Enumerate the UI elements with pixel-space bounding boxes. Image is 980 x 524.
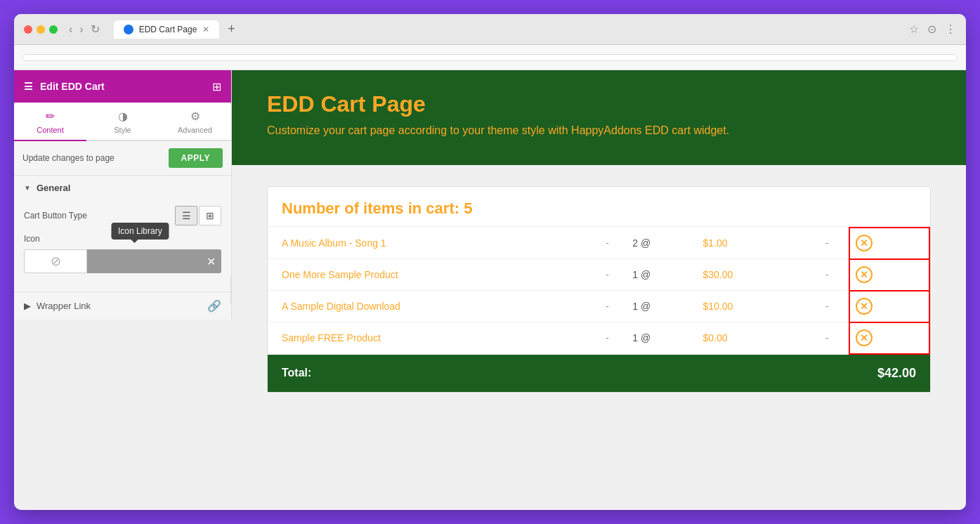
bookmark-icon[interactable]: ☆ [909, 22, 919, 36]
browser-window: ‹ › ↻ EDD Cart Page ✕ + ☆ ⊙ ⋮ [14, 14, 966, 510]
tab-style[interactable]: ◑ Style [86, 103, 159, 140]
cart-table: A Music Album - Song 1 - 2 @ $1.00 - ✕ O… [268, 227, 930, 355]
cart-row-1: A Music Album - Song 1 - 2 @ $1.00 - ✕ [268, 228, 929, 259]
cart-row-3: A Sample Digital Download - 1 @ $10.00 -… [268, 291, 929, 322]
apply-button[interactable]: APPLY [169, 148, 223, 168]
browser-menu-icon[interactable]: ⋮ [945, 22, 956, 36]
cart-footer-total: $42.00 [877, 366, 916, 381]
close-traffic-light[interactable] [24, 25, 32, 34]
content-tab-icon: ✏ [46, 110, 55, 123]
tab-content[interactable]: ✏ Content [14, 103, 86, 141]
general-section-body: Cart Button Type ☰ ⊞ Icon Icon Library [14, 200, 231, 292]
style-tab-icon: ◑ [118, 110, 128, 123]
remove-button-2[interactable]: ✕ [856, 266, 873, 283]
product-name-1: A Music Album - Song 1 [268, 228, 601, 259]
traffic-lights [24, 25, 58, 34]
price-3: $10.00 [688, 291, 821, 322]
back-button[interactable]: ‹ [69, 23, 72, 36]
sidebar-wrapper: ☰ Edit EDD Cart ⊞ ✏ Content ◑ Style [14, 70, 232, 510]
cart-row-2: One More Sample Product - 1 @ $30.00 - ✕ [268, 259, 929, 291]
icon-library-tooltip: Icon Library [111, 223, 169, 240]
qty-4: 1 @ [628, 322, 688, 354]
remove-col-4: ✕ [849, 322, 929, 354]
advanced-tab-icon: ⚙ [190, 110, 200, 123]
minimize-traffic-light[interactable] [37, 25, 45, 34]
icon-picker: ⊘ ✕ [24, 249, 221, 273]
page-banner: EDD Cart Page Customize your cart page a… [232, 70, 966, 165]
address-icons: ☆ ⊙ ⋮ [909, 22, 956, 36]
dash2-1: - [821, 228, 849, 259]
general-section-header[interactable]: ▼ General [14, 176, 231, 200]
btn-type-grid[interactable]: ⊞ [199, 206, 221, 225]
ban-icon: ⊘ [51, 254, 61, 269]
url-input[interactable] [22, 54, 958, 61]
sidebar-title: ☰ Edit EDD Cart [24, 81, 105, 92]
remove-col-2: ✕ [849, 259, 929, 291]
browser-titlebar: ‹ › ↻ EDD Cart Page ✕ + ☆ ⊙ ⋮ [14, 14, 966, 45]
wrapper-link-row[interactable]: ▶ Wrapper Link 🔗 [14, 292, 231, 320]
dash2-2: - [821, 259, 849, 291]
link-icon: 🔗 [207, 299, 221, 313]
dash2-4: - [821, 322, 849, 354]
cart-row-4: Sample FREE Product - 1 @ $0.00 - ✕ [268, 322, 929, 354]
advanced-tab-label: Advanced [178, 126, 212, 134]
cart-header: Number of items in cart: 5 [268, 187, 930, 227]
remove-button-4[interactable]: ✕ [856, 329, 873, 346]
general-section-title: General [37, 183, 70, 193]
maximize-traffic-light[interactable] [49, 25, 58, 34]
general-chevron-icon: ▼ [24, 184, 31, 192]
icon-picker-right[interactable]: ✕ [87, 249, 221, 273]
btn-type-list[interactable]: ☰ [175, 206, 197, 225]
apply-bar-text: Update changes to page [22, 153, 115, 163]
grid-icon[interactable]: ⊞ [212, 80, 221, 93]
dash2-3: - [821, 291, 849, 322]
tab-advanced[interactable]: ⚙ Advanced [159, 103, 231, 140]
browser-nav: ‹ › ↻ [69, 22, 100, 36]
page-banner-subtitle: Customize your cart page according to yo… [267, 124, 931, 137]
content-tab-label: Content [37, 126, 64, 134]
price-1: $1.00 [688, 228, 821, 259]
new-tab-button[interactable]: + [228, 22, 235, 37]
apply-bar: Update changes to page APPLY [14, 141, 231, 176]
tab-favicon [124, 25, 133, 34]
dash1-3: - [601, 291, 628, 322]
cart-footer: Total: $42.00 [268, 355, 930, 392]
remove-col-1: ✕ [849, 228, 929, 259]
sidebar-title-text: Edit EDD Cart [40, 81, 105, 92]
icon-picker-left[interactable]: ⊘ [24, 249, 87, 273]
general-section: ▼ General Cart Button Type ☰ ⊞ [14, 176, 231, 292]
forward-button[interactable]: › [79, 23, 83, 36]
icon-label: Icon [24, 234, 40, 244]
browser-tab[interactable]: EDD Cart Page ✕ [114, 20, 220, 39]
account-icon[interactable]: ⊙ [927, 22, 936, 36]
remove-button-3[interactable]: ✕ [856, 298, 873, 315]
main-content: EDD Cart Page Customize your cart page a… [232, 70, 966, 510]
cart-button-type-label: Cart Button Type [24, 211, 87, 221]
reload-button[interactable]: ↻ [91, 22, 100, 36]
product-name-4: Sample FREE Product [268, 322, 601, 354]
icon-picker-container: Icon Library ⊘ ✕ [24, 249, 221, 273]
wrapper-link-text: Wrapper Link [37, 301, 91, 311]
dash1-1: - [601, 228, 628, 259]
cart-button-type-group: ☰ ⊞ [175, 206, 221, 225]
icon-clear-button[interactable]: ✕ [207, 255, 216, 268]
price-4: $0.00 [688, 322, 821, 354]
remove-col-3: ✕ [849, 291, 929, 322]
qty-2: 1 @ [628, 259, 688, 291]
qty-3: 1 @ [628, 291, 688, 322]
browser-content: ☰ Edit EDD Cart ⊞ ✏ Content ◑ Style [14, 70, 966, 510]
tab-title: EDD Cart Page [139, 25, 197, 34]
product-name-3: A Sample Digital Download [268, 291, 601, 322]
hamburger-icon[interactable]: ☰ [24, 81, 33, 92]
icon-row: Icon Icon Library ⊘ ✕ [24, 234, 221, 273]
qty-1: 2 @ [628, 228, 688, 259]
style-tab-label: Style [114, 126, 131, 134]
page-banner-title: EDD Cart Page [267, 91, 931, 117]
price-2: $30.00 [688, 259, 821, 291]
wrapper-link-label: ▶ Wrapper Link [24, 301, 91, 311]
dash1-2: - [601, 259, 628, 291]
cart-section: Number of items in cart: 5 A Music Album… [267, 186, 931, 393]
remove-button-1[interactable]: ✕ [856, 235, 873, 251]
tab-close-button[interactable]: ✕ [202, 25, 209, 34]
wrapper-chevron-icon: ▶ [24, 301, 31, 311]
